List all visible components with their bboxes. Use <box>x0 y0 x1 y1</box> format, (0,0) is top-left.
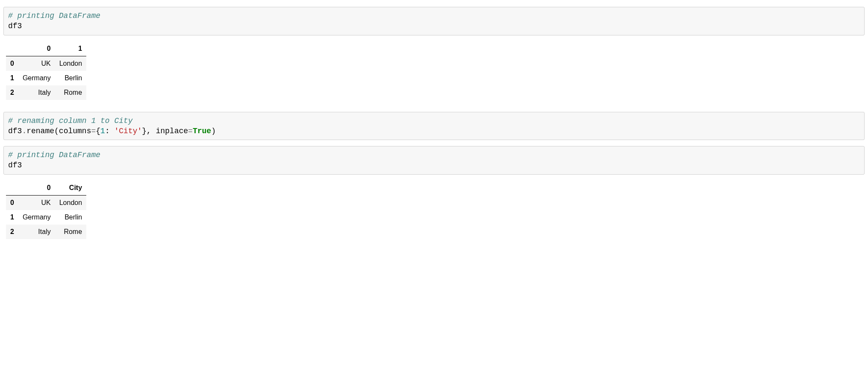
df-col-header: City <box>55 181 86 196</box>
table-row: 1 Germany Berlin <box>6 210 86 225</box>
code-token: . <box>22 127 26 135</box>
code-token: True <box>193 127 211 135</box>
code-token: 'City' <box>114 127 142 135</box>
code-token: ) <box>211 127 216 135</box>
df-index: 0 <box>6 56 18 71</box>
df-cell: Italy <box>18 85 55 100</box>
df-cell: Italy <box>18 225 55 239</box>
code-comment: # printing DataFrame <box>8 151 100 159</box>
code-comment: # renaming column 1 to City <box>8 117 133 125</box>
code-token: rename(columns <box>26 127 91 135</box>
code-cell-2: # renaming column 1 to City df3.rename(c… <box>3 112 865 140</box>
table-row: 2 Italy Rome <box>6 225 86 239</box>
code-token: df3 <box>8 127 22 135</box>
df-index: 1 <box>6 71 18 85</box>
df-cell: Germany <box>18 71 55 85</box>
df-cell: Rome <box>55 225 86 239</box>
df-index: 2 <box>6 85 18 100</box>
code-cell-1: # printing DataFrame df3 <box>3 7 865 35</box>
df-cell: London <box>55 195 86 210</box>
code-cell-3: # printing DataFrame df3 <box>3 146 865 175</box>
df-cell: London <box>55 56 86 71</box>
dataframe-output-1: 0 1 0 UK London 1 Germany Berlin 2 Italy <box>6 41 865 100</box>
df-corner <box>6 41 18 56</box>
code-token: : <box>105 127 114 135</box>
table-row: 0 UK London <box>6 56 86 71</box>
df-cell: Rome <box>55 85 86 100</box>
df-index: 0 <box>6 195 18 210</box>
df-col-header: 0 <box>18 41 55 56</box>
dataframe-table: 0 City 0 UK London 1 Germany Berlin 2 It… <box>6 181 86 239</box>
code-token: 1 <box>100 127 105 135</box>
df-index: 1 <box>6 210 18 225</box>
df-index: 2 <box>6 225 18 239</box>
code-comment: # printing DataFrame <box>8 12 100 20</box>
table-row: 0 UK London <box>6 195 86 210</box>
code-line: df3 <box>8 161 22 169</box>
code-token: }, inplace <box>142 127 188 135</box>
df-cell: UK <box>18 56 55 71</box>
table-row: 2 Italy Rome <box>6 85 86 100</box>
code-line: df3 <box>8 22 22 30</box>
dataframe-table: 0 1 0 UK London 1 Germany Berlin 2 Italy <box>6 41 86 100</box>
df-col-header: 1 <box>55 41 86 56</box>
dataframe-output-2: 0 City 0 UK London 1 Germany Berlin 2 It… <box>6 181 865 239</box>
df-cell: Berlin <box>55 71 86 85</box>
df-cell: Berlin <box>55 210 86 225</box>
code-token: = <box>91 127 96 135</box>
df-corner <box>6 181 18 196</box>
df-cell: Germany <box>18 210 55 225</box>
code-token: = <box>188 127 193 135</box>
df-cell: UK <box>18 195 55 210</box>
code-token: { <box>96 127 100 135</box>
df-col-header: 0 <box>18 181 55 196</box>
table-row: 1 Germany Berlin <box>6 71 86 85</box>
